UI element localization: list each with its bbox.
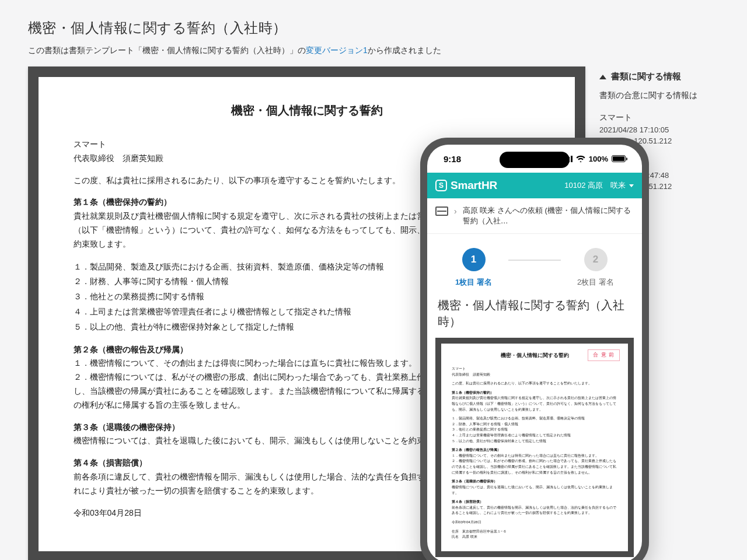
brand-text: SmartHR [451,179,497,192]
step-2[interactable]: 2 2枚目 署名 [561,248,630,288]
m-a2-head: 第２条（機密の報告及び帰属） [452,447,617,453]
sub-suffix: から作成されました [368,46,441,55]
sidebar-section-toggle[interactable]: 書類に関する情報 [599,71,719,82]
m-a2-i2: ２．機密情報については、私がその機密の形成、創出に関わった場合であっても、貴社業… [452,458,617,475]
wifi-icon [576,155,585,162]
m-li: ２．財務、人事等に関する情報・個人情報 [452,421,617,427]
step-label: 2枚目 署名 [577,277,614,288]
page-subtext: この書類は書類テンプレート「機密・個人情報に関する誓約（入社時）」の変更バージョ… [28,46,719,56]
triangle-up-icon [599,75,606,79]
battery-pct: 100% [589,155,608,163]
version-link[interactable]: 変更バージョン1 [306,46,368,55]
m-addressee: 代表取締役 須磨英知殿 [452,372,617,377]
step-label: 1枚目 署名 [455,277,492,288]
m-a4-body: 前各条項に違反して、貴社の機密情報を開示、漏洩もしくは使用した場合、法的な責任を… [452,505,617,516]
user-label: 10102 高原 咲来 [564,180,626,191]
m-a2-i1: １．機密情報について、その創出または得喪に関わった場合には直ちに貴社に報告致しま… [452,453,617,459]
sent-at: 2021/04/28 17:10:05 [599,125,719,134]
m-addr: 住所 東京都世田谷区中目黒１−６ [452,528,617,534]
phone-mockup: 9:18 100% S SmartHR 10102 高原 咲来 › 高原 咲来 … [420,138,649,560]
m-li: ３．他社との業務提携に関する情報 [452,426,617,432]
m-date: 令和03年04月28日 [452,519,617,525]
stepper: 1 1枚目 署名 2 2枚目 署名 [427,234,642,293]
chevron-down-icon [629,184,634,187]
brand-icon: S [435,180,447,191]
m-a1-body: 貴社就業規則及び貴社機密個人情報に関する規定を遵守し、次に示される貴社の技術上ま… [452,395,617,412]
step-1[interactable]: 1 1枚目 署名 [439,248,508,288]
user-menu[interactable]: 10102 高原 咲来 [564,180,634,191]
m-a4-head: 第４条（損害賠償） [452,499,617,505]
mobile-doc-card[interactable]: 合 意 前 機密・個人情報に関する誓約 スマート 代表取締役 須磨英知殿 この度… [435,338,634,557]
m-li: １．製品開発、製造及び販売における企画、技術資料、製造原価、価格決定等の情報 [452,415,617,421]
m-a3-body: 機密情報については、貴社を退職した後においても、開示、漏洩もしくは使用しないこと… [452,484,617,495]
m-company: スマート [452,366,617,372]
m-preamble: この度、私は貴社に採用されるにあたり、以下の事項を遵守することを誓約いたします。 [452,380,617,386]
step-circle: 2 [584,248,608,271]
sub-prefix: この書類は書類テンプレート「機密・個人情報に関する誓約（入社時）」の [28,46,306,55]
breadcrumb-text: 高原 咲来 さんへの依頼 (機密・個人情報に関する誓約（入社… [463,205,634,226]
dynamic-island [500,152,570,168]
inbox-icon [435,206,448,216]
consent-info: 書類の合意に関する情報は [599,90,719,101]
mobile-doc-title: 機密・個人情報に関する誓約（入社時） [427,293,642,338]
m-li: ４．上司または営業機密等管理責任者により機密情報として指定された情報 [452,432,617,438]
m-a1-head: 第１条（機密保持の誓約） [452,390,617,396]
sender-name: スマート [599,113,719,123]
doc-title: 機密・個人情報に関する誓約 [74,100,540,120]
m-name: 氏名 高原 咲来 [452,534,617,540]
status-time: 9:18 [444,154,461,164]
sidebar-title: 書類に関する情報 [611,71,681,82]
chevron-right-icon: › [454,206,457,216]
page-title: 機密・個人情報に関する誓約（入社時） [28,19,719,37]
mobile-doc-page: 合 意 前 機密・個人情報に関する誓約 スマート 代表取締役 須磨英知殿 この度… [441,344,628,551]
m-a3-head: 第３条（退職後の機密保持） [452,478,617,484]
brand-logo[interactable]: S SmartHR [435,179,497,192]
step-circle: 1 [462,248,486,271]
app-bar: S SmartHR 10102 高原 咲来 [427,173,642,198]
battery-icon [612,155,626,162]
consent-stamp: 合 意 前 [588,349,620,361]
step-connector [508,260,561,261]
m-li: ５．以上の他、貴社が特に機密保持対象として指定した情報 [452,438,617,444]
breadcrumb[interactable]: › 高原 咲来 さんへの依頼 (機密・個人情報に関する誓約（入社… [427,198,642,234]
